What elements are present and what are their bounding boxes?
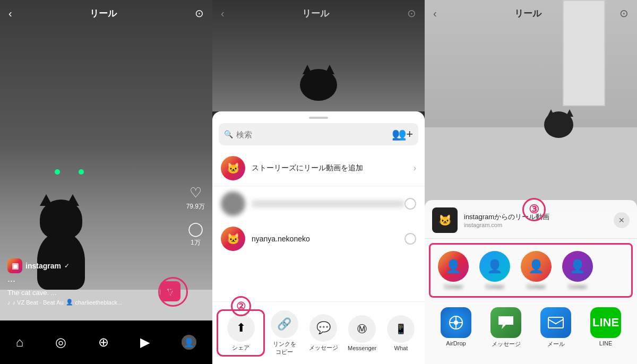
bottom-actions: ② ⬆ シェア 🔗 リンクをコピー 💬 メッセージ Ⓜ Messenger 📱 … (212, 301, 425, 364)
contact-chip-1[interactable]: 👤 Contact (435, 251, 472, 290)
contact-chip-name-1: Contact (444, 284, 462, 290)
contact-chip-name-2: Contact (486, 284, 504, 290)
whatsapp-label: What (394, 345, 408, 351)
story-chevron-icon: › (414, 163, 416, 173)
line-app-item[interactable]: LINE LINE (590, 307, 621, 348)
video-background (0, 0, 212, 364)
blurred-avatar (221, 192, 245, 216)
messenger-label: Messenger (348, 345, 376, 351)
add-people-icon[interactable]: 👥+ (392, 127, 413, 141)
mail-app-item[interactable]: メール (540, 307, 571, 348)
link-copy-action[interactable]: 🔗 リンクをコピー (265, 310, 304, 356)
message-action[interactable]: 💬 メッセージ (304, 314, 342, 352)
search-icon: 🔍 (224, 130, 233, 138)
nav-home-icon[interactable]: ⌂ (16, 335, 24, 350)
blurred-name (252, 200, 404, 207)
username-label: instagram (25, 262, 61, 270)
panel3-background (425, 0, 637, 212)
message-icon-circle: 💬 (309, 314, 337, 342)
nyanya-radio[interactable] (404, 233, 416, 245)
share-label: シェア (232, 344, 249, 352)
messenger-icon-circle: Ⓜ (348, 315, 376, 343)
panel3-camera-icon[interactable]: ⊙ (619, 7, 629, 20)
airdrop-icon (441, 307, 471, 338)
whatsapp-action[interactable]: 📱 What (382, 315, 420, 351)
search-input[interactable] (236, 130, 389, 139)
app-icons-row: AirDrop メッセージ メール (425, 302, 637, 353)
nav-search-icon[interactable]: ◎ (55, 335, 66, 350)
story-label: ストーリーズにリール動画を追加 (252, 163, 414, 173)
cat-eye-left (55, 169, 60, 175)
mail-label: メール (547, 340, 565, 348)
messenger-action[interactable]: Ⓜ Messenger (343, 315, 382, 351)
bottom-nav: ⌂ ◎ ⊕ ▶ 👤 (0, 320, 212, 364)
contact-chip-2[interactable]: 👤 Contact (476, 251, 513, 290)
panel3-back-icon[interactable]: ‹ (433, 7, 437, 20)
cat-ear-right (66, 194, 79, 206)
badge-number-1: ① (168, 285, 178, 299)
comment-count: 1万 (191, 238, 201, 247)
caption-text: The cat cave. ... (7, 289, 122, 297)
panel-2: ‹ リール ⊙ 🔍 👥+ 🐱 ストーリーズにリール動画を追加 › (212, 0, 425, 364)
nav-profile-icon[interactable]: 👤 (182, 335, 196, 350)
like-count: 79.9万 (186, 202, 205, 211)
contact-avatar-1: 👤 (438, 251, 469, 282)
story-item[interactable]: 🐱 ストーリーズにリール動画を追加 › (212, 151, 425, 186)
badge-2-circle: ② (231, 296, 251, 316)
link-copy-label: リンクをコピー (273, 340, 296, 356)
panel2-top-bar: ‹ リール ⊙ (212, 0, 425, 27)
svg-point-1 (454, 320, 458, 325)
search-bar[interactable]: 🔍 👥+ (219, 123, 418, 145)
cat2-ear-left (303, 65, 312, 74)
nav-reels-icon[interactable]: ▶ (140, 335, 150, 350)
music-icon: ♪ (7, 299, 11, 306)
mail-icon (540, 307, 571, 338)
panel3-top-bar: ‹ リール ⊙ (425, 0, 637, 27)
cat-ear-left (40, 194, 53, 206)
ios-share-sheet: ③ 🐱 instagramからのリール動画 instagram.com ✕ 👤 … (425, 200, 637, 364)
line-label: LINE (599, 340, 612, 346)
like-action[interactable]: ♡ 79.9万 (186, 185, 205, 211)
ios-close-button[interactable]: ✕ (614, 212, 630, 228)
right-actions: ♡ 79.9万 ◯ 1万 (186, 185, 205, 247)
messages-icon (490, 307, 521, 338)
story-avatar: 🐱 (221, 156, 245, 180)
cat-eye-right (79, 169, 84, 175)
back-icon[interactable]: ‹ (8, 7, 12, 20)
panel2-camera-icon[interactable]: ⊙ (407, 7, 416, 20)
instagram-logo: ▣ (7, 258, 22, 273)
whatsapp-icon-circle: 📱 (387, 315, 415, 343)
message-label: メッセージ (309, 344, 338, 352)
nav-add-icon[interactable]: ⊕ (98, 335, 109, 350)
contact-chip-name-4: Contact (569, 284, 587, 290)
sheet-handle (309, 117, 328, 119)
nyanya-avatar: 🐱 (221, 227, 245, 251)
camera-icon[interactable]: ⊙ (195, 7, 204, 20)
music-row: ♪ ♪ VZ Beat · Beat Au 👤 charlieetheblack… (7, 299, 122, 306)
contact-chip-3[interactable]: 👤 Contact (518, 251, 555, 290)
heart-icon: ♡ (190, 185, 202, 201)
line-icon: LINE (590, 307, 621, 338)
nyanya-contact-item[interactable]: 🐱 nyanya.nekoneko (212, 221, 425, 256)
collab-icon: 👤 (66, 299, 73, 306)
panel-3: ‹ リール ⊙ ③ 🐱 instagramからのリール動画 instagram.… (425, 0, 637, 364)
link-icon-circle: 🔗 (271, 310, 298, 338)
badge-number-2: ② (236, 300, 246, 313)
radio-unselected[interactable] (404, 198, 416, 210)
share-action[interactable]: ② ⬆ シェア (217, 309, 265, 357)
airdrop-app-item[interactable]: AirDrop (441, 307, 471, 348)
cat2-ear-right (325, 65, 334, 74)
comment-icon: ◯ (188, 221, 203, 237)
contact-chip-name-3: Contact (527, 284, 545, 290)
svg-rect-2 (548, 317, 563, 328)
panel2-title: リール (302, 7, 329, 20)
cat-eyes (55, 169, 84, 175)
top-bar: ‹ リール ⊙ (0, 0, 212, 27)
contact-chip-4[interactable]: 👤 Contact (559, 251, 596, 290)
panel2-back-icon[interactable]: ‹ (221, 7, 225, 20)
comment-action[interactable]: ◯ 1万 (188, 221, 203, 247)
panel3-title: リール (514, 7, 541, 20)
badge-number-3: ③ (529, 203, 539, 216)
more-button[interactable]: ··· (7, 275, 122, 287)
messages-app-item[interactable]: メッセージ (490, 307, 521, 348)
